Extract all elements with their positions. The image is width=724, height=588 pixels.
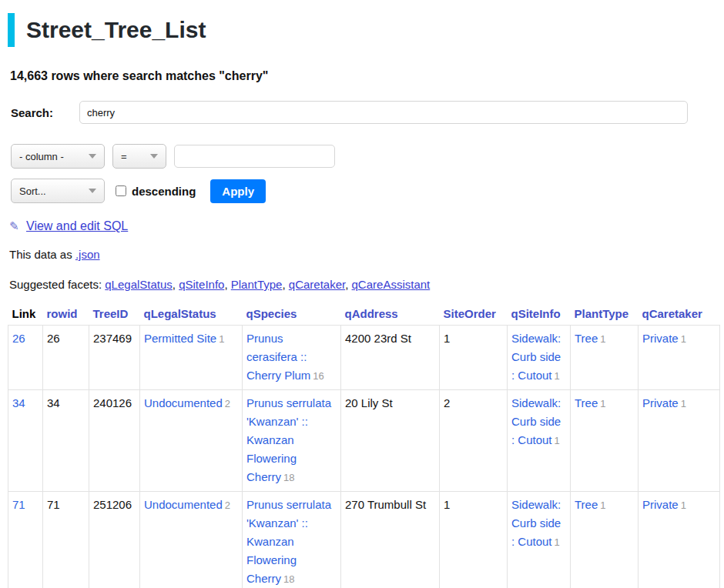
facet-count: 16 xyxy=(313,370,323,382)
cell-qspecies: Prunus serrulata 'Kwanzan' :: Kwanzan Fl… xyxy=(243,492,341,588)
cell-link: 71 xyxy=(8,492,43,588)
facet-link-qcaretaker[interactable]: qCaretaker xyxy=(289,278,345,291)
sort-siteorder-link[interactable]: SiteOrder xyxy=(444,307,496,320)
facet-count: 1 xyxy=(600,333,605,345)
sort-treeid-link[interactable]: TreeID xyxy=(93,307,129,320)
row-link[interactable]: 26 xyxy=(12,332,25,345)
qcaretaker-link[interactable]: Private xyxy=(642,332,679,345)
facet-count: 1 xyxy=(681,398,686,409)
operator-select-value: = xyxy=(121,151,127,162)
sort-qsiteinfo-link[interactable]: qSiteInfo xyxy=(511,307,561,320)
column-header-link: Link xyxy=(8,304,43,326)
qspecies-link[interactable]: Prunus serrulata 'Kwanzan' :: Kwanzan Fl… xyxy=(246,498,331,585)
column-header-qsiteinfo: qSiteInfo xyxy=(508,304,571,326)
facet-count: 1 xyxy=(555,370,560,382)
cell-rowid: 34 xyxy=(43,390,89,492)
cell-siteorder: 1 xyxy=(440,492,508,588)
qsiteinfo-link[interactable]: Sidewalk: Curb side : Cutout xyxy=(511,498,561,548)
row-link[interactable]: 71 xyxy=(12,498,25,511)
data-export-row: This data as .json xyxy=(9,248,716,261)
sort-row: Sort... descending Apply xyxy=(8,179,716,203)
sort-select[interactable]: Sort... xyxy=(11,179,105,203)
facet-item: qSiteInfo xyxy=(179,278,231,291)
column-header-qlegalstatus: qLegalStatus xyxy=(140,304,243,326)
facet-count: 1 xyxy=(681,499,686,511)
json-link[interactable]: .json xyxy=(75,248,100,261)
facet-count: 1 xyxy=(681,333,686,345)
view-edit-sql-link[interactable]: View and edit SQL xyxy=(26,219,128,232)
sort-qspecies-link[interactable]: qSpecies xyxy=(246,307,297,320)
apply-button[interactable]: Apply xyxy=(210,179,266,203)
cell-qcaretaker: Private1 xyxy=(639,390,720,492)
facet-link-qcareassistant[interactable]: qCareAssistant xyxy=(352,278,431,291)
facet-item: qCaretaker xyxy=(289,278,352,291)
page: Street_Tree_List 14,663 rows where searc… xyxy=(0,13,724,588)
descending-label: descending xyxy=(132,185,196,198)
sort-planttype-link[interactable]: PlantType xyxy=(575,307,629,320)
table-body: 26 26 237469 Permitted Site1 Prunus cera… xyxy=(8,326,720,588)
sort-qlegalstatus-link[interactable]: qLegalStatus xyxy=(144,307,216,320)
cell-planttype: Tree1 xyxy=(571,390,639,492)
planttype-link[interactable]: Tree xyxy=(575,396,598,409)
chevron-down-icon xyxy=(89,189,96,193)
facet-link-planttype[interactable]: PlantType xyxy=(231,278,283,291)
cell-rowid: 26 xyxy=(43,326,89,390)
cell-planttype: Tree1 xyxy=(571,492,639,588)
qlegalstatus-link[interactable]: Permitted Site xyxy=(144,332,216,345)
facet-link-qlegalstatus[interactable]: qLegalStatus xyxy=(105,278,173,291)
qspecies-link[interactable]: Prunus serrulata 'Kwanzan' :: Kwanzan Fl… xyxy=(246,396,331,483)
cell-qlegalstatus: Permitted Site1 xyxy=(140,326,243,390)
qcaretaker-link[interactable]: Private xyxy=(642,498,679,511)
column-header-rowid: rowid xyxy=(43,304,89,326)
page-title: Street_Tree_List xyxy=(26,13,206,47)
row-link[interactable]: 34 xyxy=(12,396,25,409)
sort-qcaretaker-link[interactable]: qCaretaker xyxy=(642,307,702,320)
cell-qspecies: Prunus serrulata 'Kwanzan' :: Kwanzan Fl… xyxy=(243,390,341,492)
search-label: Search: xyxy=(11,106,79,119)
qspecies-link[interactable]: Prunus cerasifera :: Cherry Plum xyxy=(246,332,310,382)
cell-treeid: 240126 xyxy=(89,390,140,492)
qcaretaker-link[interactable]: Private xyxy=(642,396,679,409)
qsiteinfo-link[interactable]: Sidewalk: Curb side : Cutout xyxy=(511,396,561,446)
column-header-qcaretaker: qCaretaker xyxy=(639,304,720,326)
qlegalstatus-link[interactable]: Undocumented xyxy=(144,498,223,511)
operator-select[interactable]: = xyxy=(112,144,166,169)
facet-item: PlantType xyxy=(231,278,289,291)
cell-siteorder: 1 xyxy=(440,326,508,390)
cell-qsiteinfo: Sidewalk: Curb side : Cutout1 xyxy=(508,492,571,588)
sort-qaddress-link[interactable]: qAddress xyxy=(345,307,398,320)
search-form: Search: xyxy=(8,101,716,124)
sort-rowid-link[interactable]: rowid xyxy=(47,307,78,320)
facet-count: 2 xyxy=(225,398,230,409)
qlegalstatus-link[interactable]: Undocumented xyxy=(144,396,223,409)
page-header: Street_Tree_List xyxy=(8,13,716,47)
column-header-siteorder: SiteOrder xyxy=(440,304,508,326)
planttype-link[interactable]: Tree xyxy=(575,332,598,345)
qsiteinfo-link[interactable]: Sidewalk: Curb side : Cutout xyxy=(511,332,561,382)
facet-item: qCareAssistant xyxy=(352,278,431,291)
facet-link-qsiteinfo[interactable]: qSiteInfo xyxy=(179,278,224,291)
facet-count: 1 xyxy=(600,499,605,511)
facet-item: qLegalStatus xyxy=(105,278,179,291)
results-table: Link rowid TreeID qLegalStatus qSpecies … xyxy=(8,304,720,588)
descending-checkbox[interactable] xyxy=(116,185,126,196)
facet-count: 1 xyxy=(555,536,560,548)
cell-qaddress: 4200 23rd St xyxy=(341,326,440,390)
cell-treeid: 237469 xyxy=(89,326,140,390)
column-header-planttype: PlantType xyxy=(571,304,639,326)
cell-treeid: 251206 xyxy=(89,492,140,588)
table-row: 34 34 240126 Undocumented2 Prunus serrul… xyxy=(8,390,720,492)
suggested-facets-row: Suggested facets: qLegalStatus qSiteInfo… xyxy=(9,278,716,291)
facet-count: 1 xyxy=(219,333,224,345)
column-select[interactable]: - column - xyxy=(11,144,105,169)
table-row: 26 26 237469 Permitted Site1 Prunus cera… xyxy=(8,326,720,390)
planttype-link[interactable]: Tree xyxy=(575,498,598,511)
filter-value-input[interactable] xyxy=(174,145,335,168)
search-input[interactable] xyxy=(79,101,688,124)
facet-count: 18 xyxy=(283,573,294,585)
column-header-treeid: TreeID xyxy=(89,304,140,326)
pencil-icon: ✎ xyxy=(9,219,19,233)
column-header-qaddress: qAddress xyxy=(341,304,440,326)
row-count-summary: 14,663 rows where search matches "cherry… xyxy=(10,69,716,83)
column-select-value: - column - xyxy=(19,151,64,162)
